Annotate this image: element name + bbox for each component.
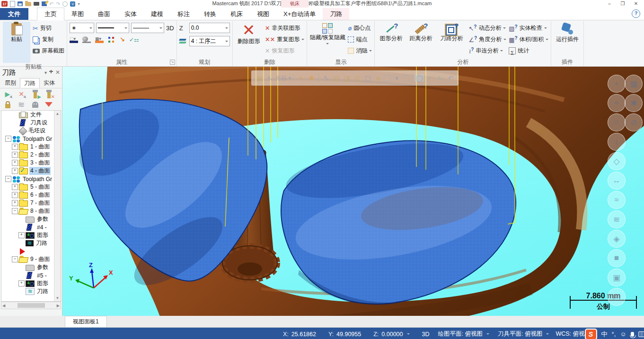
minimize-button[interactable]: –: [603, 0, 616, 7]
circle-tool-icon[interactable]: [62, 1, 68, 7]
surface-flow2-icon[interactable]: ≋: [608, 210, 626, 228]
tree-item-label[interactable]: 参数: [36, 215, 49, 223]
select-validate-icon[interactable]: ✓: [425, 74, 434, 82]
cursor-label[interactable]: 光标 ▾: [275, 74, 291, 82]
tree-item-label[interactable]: 刀具设: [29, 119, 48, 127]
delete-non-assoc-button[interactable]: ✕ 非关联图形: [265, 23, 305, 34]
solid-color-button[interactable]: [82, 36, 91, 43]
expander-plus-icon[interactable]: +: [18, 232, 25, 238]
hide-unhide-button[interactable]: 隐藏/恢复隐藏: [309, 22, 345, 46]
expander-plus-icon[interactable]: +: [12, 144, 18, 150]
attributes-dialog-launcher[interactable]: ↘: [170, 60, 175, 65]
select-last-icon[interactable]: ◯: [415, 74, 424, 82]
tab-X+自动清单[interactable]: X+自动清单: [276, 8, 323, 20]
panel-menu-caret-icon[interactable]: ▾: [44, 70, 47, 75]
z-depth-combo[interactable]: 0.0: [189, 23, 230, 33]
tab-转换[interactable]: 转换: [197, 8, 223, 20]
tab-实体[interactable]: 实体: [117, 8, 144, 20]
fit-width-icon[interactable]: ↔: [608, 172, 626, 190]
tab-曲面[interactable]: 曲面: [91, 8, 117, 20]
analyze-dynamic-button[interactable]: ↖ 动态分析: [468, 23, 506, 34]
add-icon[interactable]: +: [608, 75, 626, 93]
expander-plus-icon[interactable]: +: [12, 192, 18, 198]
expander-minus-icon[interactable]: −: [5, 136, 11, 142]
select-all-operations-icon[interactable]: ▶: [3, 90, 12, 98]
grid-dots-icon[interactable]: ▦: [625, 75, 643, 93]
cursor-select-icon[interactable]: ↖: [265, 74, 274, 82]
tree-item-label[interactable]: 6 - 曲面: [29, 191, 51, 199]
expander-plus-icon[interactable]: +: [12, 160, 18, 166]
solid-check-button[interactable]: ▧ 实体检查: [509, 23, 548, 34]
scrollbar-thumb[interactable]: [18, 303, 45, 308]
tree-item-label[interactable]: 3 - 曲面: [29, 159, 51, 167]
microphone-icon[interactable]: [631, 332, 634, 337]
tab-视图[interactable]: 视图: [250, 8, 276, 20]
section-view-icon[interactable]: ◰: [608, 288, 626, 306]
deselect-all-operations-icon[interactable]: ✕: [17, 90, 26, 98]
toggle-toolpath-display-icon[interactable]: ≋: [17, 100, 26, 109]
tree-item[interactable]: 参数: [1, 215, 61, 223]
circle-icon[interactable]: ○: [608, 113, 626, 131]
panel-tab-层别[interactable]: 层别: [1, 78, 20, 88]
tree-item[interactable]: 参数: [1, 263, 61, 271]
regenerate-dirty-icon[interactable]: ✕: [44, 90, 53, 98]
tree-item[interactable]: +图形: [1, 231, 61, 239]
ghost-toolpath-icon[interactable]: [30, 100, 40, 109]
tree-item[interactable]: +2 - 曲面: [1, 151, 61, 159]
match-attributes-icon[interactable]: ↘: [120, 36, 125, 43]
tree-item-label[interactable]: 1 - 曲面: [29, 143, 51, 151]
tree-item-label[interactable]: Toolpath Gr: [22, 176, 53, 183]
tree-item-label[interactable]: 图形: [36, 279, 49, 287]
tree-item-label[interactable]: 刀路: [35, 239, 48, 247]
tree-item-label[interactable]: 毛坯设: [27, 127, 46, 135]
close-button[interactable]: ✕: [630, 0, 642, 7]
tree-item[interactable]: 刀路: [1, 239, 61, 247]
disable-icon[interactable]: ⊘: [625, 113, 643, 131]
graphics-viewport[interactable]: Z X Y 7.860 mm 公制 ▣↖光标 ▾ϟ✱↖▧◨▤▢◈▾◯✓↻↶ +⌖…: [62, 67, 644, 316]
expander-minus-icon[interactable]: −: [5, 176, 11, 182]
ime-punctuation-toggle[interactable]: °,: [612, 330, 616, 338]
tree-item-label[interactable]: #4 -: [36, 224, 48, 231]
tab-建模[interactable]: 建模: [144, 8, 170, 20]
analyze-distance-button[interactable]: ? 距离分析: [407, 22, 434, 42]
select-solid-face-icon[interactable]: ◨: [342, 74, 352, 82]
tplane-selector[interactable]: 刀具平面: 俯视图: [498, 330, 549, 338]
level-combo[interactable]: 4 : 工序二: [189, 36, 230, 46]
tree-item[interactable]: +图形: [1, 279, 61, 287]
shaded-view-icon[interactable]: ■: [608, 249, 626, 267]
qat-customize-caret-icon[interactable]: ▾: [78, 2, 79, 6]
tree-item-label[interactable]: 参数: [36, 263, 49, 271]
verify-icon[interactable]: V: [70, 1, 75, 7]
undo-select-icon[interactable]: ↶: [446, 74, 455, 82]
spline-icon[interactable]: ≀: [608, 133, 626, 151]
tree-item[interactable]: #5 -: [1, 271, 61, 279]
line-width-combo[interactable]: [131, 23, 164, 33]
statistics-button[interactable]: Σ 统计: [509, 45, 548, 56]
volume-area-button[interactable]: ▦ 体积/面积: [509, 34, 548, 45]
tree-item-label[interactable]: 9 - 曲面: [29, 255, 51, 263]
tree-item[interactable]: 刀具设: [1, 119, 61, 127]
pin-icon[interactable]: [49, 70, 53, 75]
tab-机床[interactable]: 机床: [223, 8, 250, 20]
select-solid-vertex-icon[interactable]: ▢: [363, 74, 372, 82]
expander-minus-icon[interactable]: −: [12, 208, 18, 214]
expander-plus-icon[interactable]: +: [12, 168, 18, 174]
expander-plus-icon[interactable]: +: [12, 152, 18, 158]
coordinate-z[interactable]: Z:0.00000: [373, 331, 409, 338]
tab-刀路[interactable]: 刀路: [323, 8, 349, 20]
print-icon[interactable]: [34, 2, 39, 6]
surface-color-button[interactable]: ▦▾: [95, 36, 104, 43]
set-all-attributes-icon[interactable]: [108, 36, 115, 43]
tree-item-label[interactable]: #5 -: [36, 272, 48, 279]
help-button[interactable]: ?: [632, 9, 640, 18]
tree-item-label[interactable]: 刀路: [36, 287, 49, 296]
tab-主页[interactable]: 主页: [37, 8, 64, 20]
tree-item[interactable]: +7 - 曲面: [1, 199, 61, 207]
wireframe-color-button[interactable]: ⬚▾: [70, 36, 78, 43]
analyze-entity-button[interactable]: ? 图形分析: [377, 22, 405, 42]
tree-item[interactable]: +3 - 曲面: [1, 159, 61, 167]
panel-tab-刀路[interactable]: 刀路: [20, 78, 40, 88]
polygon-select-icon[interactable]: [402, 75, 409, 81]
tree-item-label[interactable]: 4 - 曲面: [29, 167, 51, 175]
analyze-position-icon[interactable]: ⌖: [608, 94, 626, 112]
